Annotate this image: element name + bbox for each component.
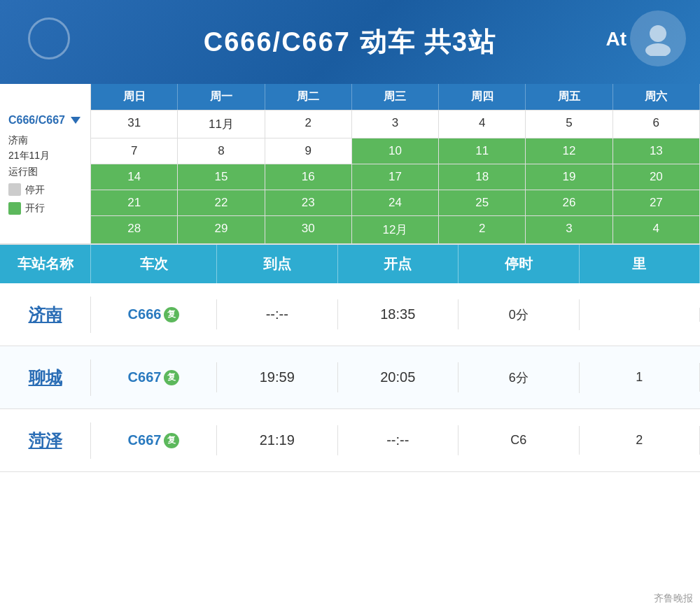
cal-cell-r1-c0: 7 [91, 138, 178, 164]
cal-cell-r2-c2: 16 [265, 164, 352, 190]
chart-type-label: 运行图 [8, 164, 82, 179]
header: C666/C667 动车 共3站 At [0, 0, 700, 84]
station-arrive-0: --:-- [217, 299, 338, 329]
cal-cell-r4-c0: 28 [91, 216, 178, 243]
col-train: 车次 [91, 245, 217, 283]
run-color-box [8, 202, 21, 215]
week-fri: 周五 [526, 84, 612, 110]
station-section: 车站名称 车次 到点 开点 停时 里 济南C666 复--:--18:350分聊… [0, 245, 700, 612]
calendar-row: 21222324252627 [91, 190, 700, 215]
station-row: 济南C666 复--:--18:350分 [0, 283, 700, 346]
calendar-grid: 周日 周一 周二 周三 周四 周五 周六 3111月23456789101112… [91, 84, 700, 243]
cal-cell-r3-c5: 26 [526, 190, 612, 215]
cal-cell-r0-c2: 2 [265, 111, 352, 138]
station-row: 聊城C667 复19:5920:056分1 [0, 346, 700, 409]
cal-cell-r4-c2: 30 [265, 216, 352, 243]
calendar-week-header: 周日 周一 周二 周三 周四 周五 周六 [91, 84, 700, 110]
cal-cell-r0-c6: 6 [613, 111, 700, 138]
header-title: C666/C667 动车 共3站 [204, 24, 497, 60]
calendar-row: 78910111213 [91, 138, 700, 164]
cal-cell-r3-c3: 24 [352, 190, 439, 215]
station-arrive-1: 19:59 [217, 362, 338, 392]
train-name-label: C666/C667 [8, 111, 82, 129]
col-station-name: 车站名称 [0, 245, 91, 283]
header-avatar [630, 10, 686, 66]
week-mon: 周一 [178, 84, 265, 110]
station-name-2[interactable]: 菏泽 [0, 422, 91, 459]
cal-cell-r0-c1: 11月 [178, 111, 265, 138]
cal-cell-r4-c4: 2 [439, 216, 526, 243]
cal-cell-r3-c1: 22 [178, 190, 265, 215]
station-dist-0 [580, 308, 701, 322]
cal-cell-r1-c4: 11 [439, 138, 526, 164]
calendar-body: 3111月23456789101112131415161718192021222… [91, 110, 700, 243]
week-tue: 周二 [265, 84, 352, 110]
station-stop-0: 0分 [458, 299, 580, 330]
calendar-section: C666/C667 济南 21年11月 运行图 停开 开行 周日 周一 周二 周… [0, 84, 700, 245]
cal-cell-r0-c3: 3 [352, 111, 439, 138]
station-depart-2: --:-- [338, 425, 459, 455]
cal-cell-r1-c1: 8 [178, 138, 265, 164]
year-month-label: 21年11月 [8, 148, 82, 163]
cal-cell-r2-c5: 19 [526, 164, 612, 190]
cal-cell-r2-c1: 15 [178, 164, 265, 190]
cal-cell-r2-c0: 14 [91, 164, 178, 190]
week-wed: 周三 [352, 84, 439, 110]
run-legend: 开行 [8, 200, 82, 215]
station-train-1: C667 复 [91, 362, 217, 392]
dropdown-arrow-icon[interactable] [71, 117, 80, 124]
cal-cell-r2-c3: 17 [352, 164, 439, 190]
watermark: 齐鲁晚报 [654, 592, 693, 605]
cal-cell-r3-c2: 23 [265, 190, 352, 215]
cal-cell-r2-c6: 20 [613, 164, 700, 190]
location-label: 济南 [8, 132, 82, 148]
station-data-rows: 济南C666 复--:--18:350分聊城C667 复19:5920:056分… [0, 283, 700, 472]
col-dist: 里 [580, 245, 701, 283]
cal-cell-r4-c1: 29 [178, 216, 265, 243]
station-table-header: 车站名称 车次 到点 开点 停时 里 [0, 245, 700, 283]
cal-cell-r1-c3: 10 [352, 138, 439, 164]
cal-cell-r4-c6: 4 [613, 216, 700, 243]
station-depart-0: 18:35 [338, 299, 459, 329]
stop-label: 停开 [25, 182, 45, 197]
cal-cell-r4-c3: 12月 [352, 216, 439, 243]
week-thu: 周四 [439, 84, 526, 110]
svg-point-1 [645, 43, 671, 56]
cal-cell-r1-c2: 9 [265, 138, 352, 164]
page-wrapper: C666/C667 动车 共3站 At C666/C667 济南 21年11月 … [0, 0, 700, 612]
cal-cell-r1-c6: 13 [613, 138, 700, 164]
col-depart: 开点 [338, 245, 459, 283]
cal-cell-r1-c5: 12 [526, 138, 612, 164]
run-label: 开行 [25, 200, 45, 215]
station-stop-2: C6 [458, 426, 580, 455]
calendar-row: 28293012月234 [91, 215, 700, 243]
cal-cell-r0-c5: 5 [526, 111, 612, 138]
col-stop: 停时 [458, 245, 580, 283]
station-row: 菏泽C667 复21:19--:--C62 [0, 409, 700, 472]
header-decoration-circle [28, 17, 70, 59]
stop-color-box [8, 183, 21, 196]
cal-cell-r2-c4: 18 [439, 164, 526, 190]
station-dist-1: 1 [580, 363, 701, 392]
calendar-legend: C666/C667 济南 21年11月 运行图 停开 开行 [0, 84, 91, 243]
cal-cell-r0-c4: 4 [439, 111, 526, 138]
station-stop-1: 6分 [458, 362, 580, 393]
week-sun: 周日 [91, 84, 178, 110]
station-train-2: C667 复 [91, 425, 217, 455]
cal-cell-r4-c5: 3 [526, 216, 612, 243]
stop-legend: 停开 [8, 182, 82, 197]
cal-cell-r3-c0: 21 [91, 190, 178, 215]
week-sat: 周六 [613, 84, 700, 110]
station-dist-2: 2 [580, 426, 701, 455]
station-name-0[interactable]: 济南 [0, 297, 91, 333]
station-train-0: C666 复 [91, 299, 217, 329]
calendar-row: 3111月23456 [91, 110, 700, 138]
station-name-1[interactable]: 聊城 [0, 360, 91, 396]
station-depart-1: 20:05 [338, 362, 459, 392]
cal-cell-r3-c4: 25 [439, 190, 526, 215]
header-at-label: At [606, 28, 626, 50]
cal-cell-r3-c6: 27 [613, 190, 700, 215]
col-arrive: 到点 [217, 245, 338, 283]
calendar-row: 14151617181920 [91, 164, 700, 190]
svg-point-0 [650, 25, 666, 42]
